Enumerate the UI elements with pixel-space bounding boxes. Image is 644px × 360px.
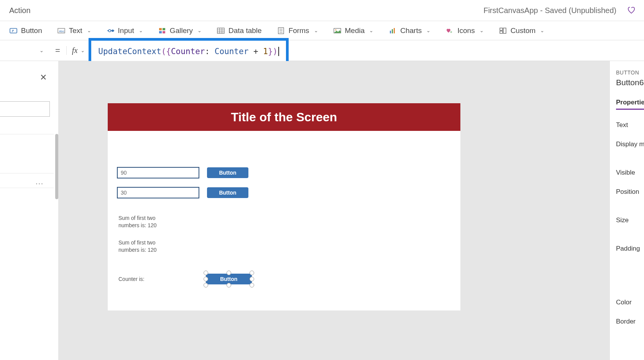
- canvas-area[interactable]: Title of the Screen 90 Button 30 Button …: [59, 61, 610, 360]
- resize-handle[interactable]: [204, 271, 208, 275]
- formula-token-identifier: Counter: [215, 47, 249, 56]
- sum-label-1: Sum of first two numbers is: 120: [108, 215, 169, 229]
- svg-rect-8: [159, 31, 162, 33]
- forms-icon: [277, 27, 285, 34]
- properties-tab[interactable]: Properties: [616, 99, 644, 110]
- resize-handle[interactable]: [227, 271, 231, 275]
- ribbon-input-label: Input: [118, 26, 134, 35]
- svg-rect-25: [500, 28, 503, 30]
- menu-bar: Action FirstCanvasApp - Saved (Unpublish…: [0, 0, 644, 21]
- app-canvas[interactable]: Title of the Screen 90 Button 30 Button …: [108, 103, 460, 310]
- input-icon: [107, 27, 114, 34]
- formula-token-brace: ({: [161, 47, 171, 56]
- chevron-down-icon: ⌄: [314, 28, 318, 33]
- chevron-down-icon: ⌄: [39, 48, 44, 53]
- counter-row: Counter is: Button: [108, 273, 460, 285]
- button-icon: [10, 27, 17, 34]
- ribbon-icons[interactable]: + Icons ⌄: [438, 21, 491, 40]
- left-divider: [0, 173, 54, 173]
- prop-border[interactable]: Border: [616, 318, 644, 325]
- formula-token-brace-close: }): [268, 47, 279, 56]
- svg-rect-6: [159, 28, 162, 30]
- svg-rect-7: [163, 28, 165, 30]
- prop-color[interactable]: Color: [616, 299, 644, 306]
- control-name[interactable]: Button6: [616, 78, 644, 87]
- svg-text:Abc: Abc: [59, 30, 64, 33]
- svg-rect-21: [390, 31, 391, 33]
- prop-display-mode[interactable]: Display mod: [616, 140, 644, 148]
- ribbon-icons-label: Icons: [457, 26, 475, 35]
- ribbon-custom-label: Custom: [511, 26, 536, 35]
- media-icon: [334, 27, 341, 34]
- chevron-down-icon: ⌄: [480, 28, 484, 33]
- formula-bar: ⌄ = fx ⌄ UpdateContext({Counter: Counter…: [0, 40, 644, 61]
- resize-handle[interactable]: [227, 283, 231, 287]
- ribbon-media[interactable]: Media ⌄: [326, 21, 381, 40]
- svg-rect-10: [217, 28, 224, 33]
- property-dropdown[interactable]: ⌄: [0, 43, 49, 58]
- app-checker-icon[interactable]: [627, 6, 635, 14]
- svg-rect-27: [503, 28, 506, 33]
- formula-token-number: 1: [263, 47, 268, 56]
- formula-token-operator: +: [248, 47, 263, 56]
- svg-text:+: +: [450, 30, 452, 34]
- chevron-down-icon: ⌄: [540, 28, 544, 33]
- counter-label: Counter is:: [118, 276, 145, 282]
- resize-handle[interactable]: [250, 277, 254, 281]
- svg-rect-26: [500, 31, 503, 33]
- svg-rect-22: [392, 29, 393, 33]
- left-divider: [0, 134, 54, 134]
- fx-label[interactable]: fx ⌄: [66, 46, 87, 55]
- selected-control[interactable]: Button: [206, 273, 252, 285]
- resize-handle[interactable]: [250, 283, 254, 287]
- chevron-down-icon: ⌄: [139, 28, 143, 33]
- close-icon[interactable]: ✕: [40, 73, 47, 83]
- button-1[interactable]: Button: [207, 167, 248, 178]
- screen-title: Title of the Screen: [108, 103, 460, 131]
- ribbon-button-label: Button: [21, 26, 42, 35]
- text-input-1[interactable]: 90: [117, 167, 199, 178]
- ribbon-button[interactable]: Button: [2, 21, 50, 40]
- resize-handle[interactable]: [250, 271, 254, 275]
- prop-visible[interactable]: Visible: [616, 169, 644, 177]
- formula-token-key: Counter: [171, 47, 205, 56]
- svg-rect-0: [10, 28, 17, 33]
- formula-highlight-box: UpdateContext({Counter: Counter + 1}): [89, 37, 289, 64]
- menu-action[interactable]: Action: [9, 6, 31, 15]
- more-dots-icon[interactable]: ...: [36, 178, 44, 186]
- text-input-2[interactable]: 30: [117, 187, 199, 198]
- properties-panel: BUTTON Button6 Properties Text Display m…: [610, 61, 644, 360]
- resize-handle[interactable]: [204, 283, 208, 287]
- ribbon-gallery-label: Gallery: [170, 26, 193, 35]
- canvas-row: 90 Button: [108, 167, 460, 178]
- svg-point-5: [112, 30, 114, 32]
- ribbon-charts[interactable]: Charts ⌄: [381, 21, 438, 40]
- gallery-icon: [158, 27, 166, 34]
- data-table-icon: [217, 27, 225, 34]
- ribbon-media-label: Media: [345, 26, 365, 35]
- left-search-box[interactable]: [0, 101, 50, 117]
- svg-rect-23: [394, 28, 395, 33]
- fx-text: fx: [72, 46, 77, 55]
- left-divider: [0, 188, 54, 188]
- prop-text[interactable]: Text: [616, 121, 644, 129]
- prop-size[interactable]: Size: [616, 216, 644, 224]
- prop-position[interactable]: Position: [616, 188, 644, 196]
- button-2[interactable]: Button: [207, 187, 248, 198]
- chevron-down-icon: ⌄: [87, 28, 91, 33]
- text-icon: Abc: [58, 27, 65, 34]
- formula-input[interactable]: UpdateContext({Counter: Counter + 1}): [89, 38, 289, 65]
- svg-rect-9: [163, 31, 165, 33]
- left-scrollbar[interactable]: [55, 134, 58, 199]
- ribbon-forms-label: Forms: [289, 26, 309, 35]
- ribbon-custom[interactable]: Custom ⌄: [491, 21, 552, 40]
- canvas-row: 30 Button: [108, 187, 460, 198]
- svg-point-20: [335, 29, 336, 30]
- icons-icon: +: [446, 27, 453, 34]
- charts-icon: [389, 27, 396, 34]
- ribbon-text-label: Text: [69, 26, 82, 35]
- resize-handle[interactable]: [204, 277, 208, 281]
- custom-icon: [499, 27, 507, 34]
- prop-padding[interactable]: Padding: [616, 245, 644, 253]
- chevron-down-icon: ⌄: [369, 28, 373, 33]
